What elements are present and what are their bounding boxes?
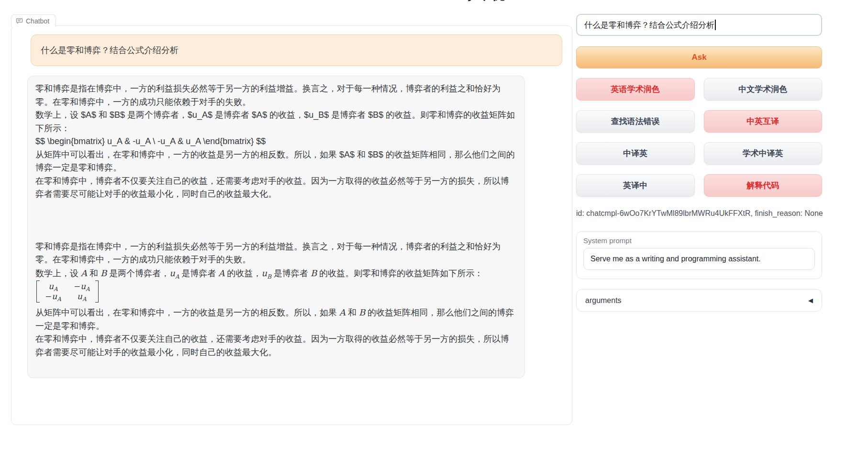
bot-message-line: 数学上，设 $A$ 和 $B$ 是两个博弈者，$u_A$ 是博弈者 $A$ 的收…: [35, 109, 517, 135]
paragraph-gap: [35, 201, 517, 240]
quick-button-explain-code[interactable]: 解释代码: [704, 174, 823, 197]
user-message-text: 什么是零和博弈？结合公式介绍分析: [41, 45, 178, 56]
question-input[interactable]: 什么是零和博弈？结合公式介绍分析: [576, 14, 822, 36]
matrix-right-bracket: [95, 280, 99, 303]
bot-message-line: 从矩阵中可以看出，在零和博弈中，一方的收益是另一方的相反数。所以，如果 A 和 …: [35, 306, 517, 333]
status-line: id: chatcmpl-6wOo7KrYTwMl89lbrMWRu4UkFFX…: [576, 209, 823, 218]
bot-message-line: $$ \begin{bmatrix} u_A & -u_A \ -u_A & u…: [35, 135, 517, 148]
quick-button-academic-chinese-to-english[interactable]: 学术中译英: [704, 142, 823, 165]
system-prompt-input[interactable]: [583, 248, 815, 270]
matrix-cell: −uA: [45, 292, 61, 302]
quick-button-zh-en-mutual-translation[interactable]: 中英互译: [704, 110, 823, 133]
system-prompt-card: System prompt: [576, 231, 822, 279]
arguments-accordion-label: arguments: [585, 296, 622, 305]
chat-bubble-icon: [16, 17, 23, 24]
quick-button-english-to-chinese[interactable]: 英译中: [576, 174, 695, 197]
bot-message-bubble: 零和博弈是指在博弈中，一方的利益损失必然等于另一方的利益增益。换言之，对于每一种…: [27, 76, 525, 378]
quick-actions-grid: 英语学术润色中文学术润色查找语法错误中英互译中译英学术中译英英译中解释代码: [576, 78, 822, 197]
matrix-cell: −uA: [74, 281, 90, 292]
chatbot-panel-label: Chatbot: [11, 14, 56, 27]
ask-button-label: Ask: [691, 53, 706, 62]
matrix-cell: uA: [77, 292, 87, 302]
bot-message-line: 在零和博弈中，博弈者不仅要关注自己的收益，还需要考虑对手的收益。因为一方取得的收…: [35, 333, 517, 359]
chatbot-panel-label-text: Chatbot: [26, 17, 49, 25]
bot-message-line: 零和博弈是指在博弈中，一方的利益损失必然等于另一方的利益增益。换言之，对于每一种…: [35, 82, 517, 109]
text-caret: [715, 20, 716, 30]
bot-message-line: 在零和博弈中，博弈者不仅要关注自己的收益，还需要考虑对手的收益。因为一方取得的收…: [35, 175, 517, 201]
system-prompt-label: System prompt: [583, 236, 815, 245]
question-input-value: 什么是零和博弈？结合公式介绍分析: [584, 20, 714, 31]
bot-message-line: 数学上，设 A 和 B 是两个博弈者，uA 是博弈者 A 的收益，uB 是博弈者…: [35, 267, 517, 280]
user-message-bubble: 什么是零和博弈？结合公式介绍分析: [31, 34, 562, 66]
page-title: GPT 学术优化: [431, 0, 517, 3]
bot-message-line: 零和博弈是指在博弈中，一方的利益损失必然等于另一方的利益增益。换言之，对于每一种…: [35, 240, 517, 267]
quick-button-find-grammar-errors[interactable]: 查找语法错误: [576, 110, 695, 133]
quick-button-chinese-to-english[interactable]: 中译英: [576, 142, 695, 165]
arguments-accordion[interactable]: arguments ◀: [576, 289, 822, 312]
payoff-matrix: uA−uA−uAuA: [35, 280, 517, 306]
matrix-cell: uA: [48, 281, 58, 292]
bot-message-line: 从矩阵中可以看出，在零和博弈中，一方的收益是另一方的相反数。所以，如果 $A$ …: [35, 148, 517, 175]
ask-button[interactable]: Ask: [576, 46, 822, 68]
matrix-left-bracket: [36, 280, 40, 303]
quick-button-english-academic-polish[interactable]: 英语学术润色: [576, 78, 695, 101]
chatbot-panel[interactable]: Chatbot 什么是零和博弈？结合公式介绍分析 零和博弈是指在博弈中，一方的利…: [11, 25, 572, 425]
quick-button-chinese-academic-polish[interactable]: 中文学术润色: [704, 78, 823, 101]
accordion-collapsed-icon: ◀: [808, 297, 813, 304]
